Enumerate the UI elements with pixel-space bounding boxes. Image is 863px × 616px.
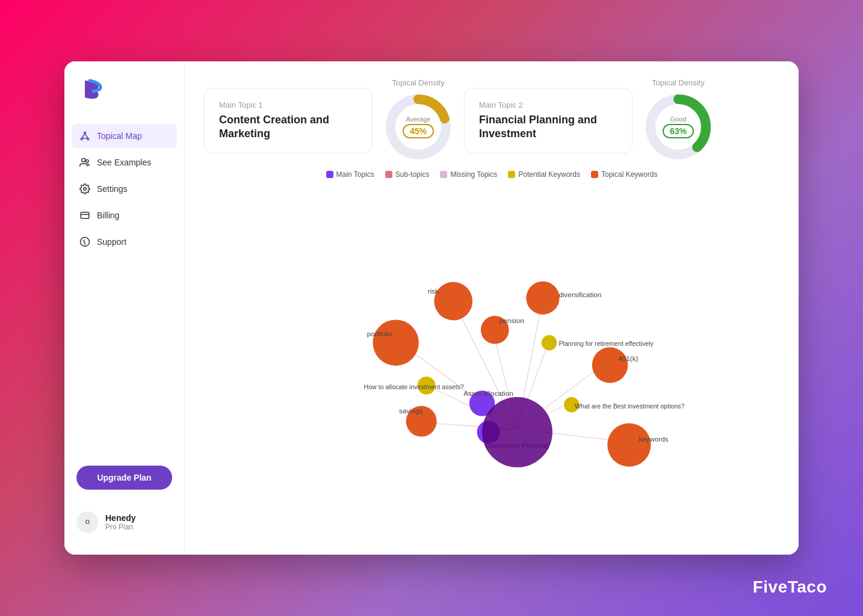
billing-label: Billing xyxy=(97,211,119,220)
user-plan: Pro Plan xyxy=(105,523,136,531)
legend-subtopics-dot xyxy=(385,171,392,178)
svg-point-0 xyxy=(84,132,86,134)
density1-label: Topical Density xyxy=(392,78,444,87)
support-label: Support xyxy=(97,237,126,247)
legend-potential-label: Potential Keywords xyxy=(518,170,580,179)
settings-icon xyxy=(79,183,91,195)
node-main[interactable] xyxy=(482,397,552,467)
topic1-label: Main Topic 1 xyxy=(219,100,357,109)
topical-map-label: Topical Map xyxy=(97,131,142,141)
topic2-title: Financial Planning and Investment xyxy=(479,113,617,141)
settings-label: Settings xyxy=(97,184,128,194)
label-best-investment: What are the Best investment options? xyxy=(575,402,684,410)
topic1-card: Main Topic 1 Content Creation and Market… xyxy=(204,88,373,154)
legend-subtopics: Sub-topics xyxy=(385,170,430,179)
legend-potential-dot xyxy=(508,171,515,178)
donut2-pct: 63% xyxy=(663,124,694,138)
label-portfolio: portfolio xyxy=(367,330,392,337)
topic2-card: Main Topic 2 Financial Planning and Inve… xyxy=(464,88,633,154)
sitemap-icon xyxy=(79,130,91,142)
avatar: ⚬ xyxy=(76,511,98,533)
legend-topical-label: Topical Keywords xyxy=(601,170,657,179)
svg-line-4 xyxy=(85,134,88,138)
legend-topical-dot xyxy=(591,171,598,178)
brand-label: FiveTaco xyxy=(753,578,827,597)
label-keywords: keywords xyxy=(639,435,668,443)
examples-icon xyxy=(79,156,91,168)
label-savings: savings xyxy=(399,407,423,414)
legend-subtopics-label: Sub-topics xyxy=(395,170,430,179)
svg-point-12 xyxy=(85,244,85,245)
svg-rect-9 xyxy=(81,212,89,219)
donut2-status: Good xyxy=(670,116,687,123)
legend-missing-label: Missing Topics xyxy=(450,170,497,179)
donut2-chart: Good 63% xyxy=(642,91,714,163)
node-diversification[interactable] xyxy=(526,282,559,315)
donut1-pct: 45% xyxy=(403,124,434,138)
sidebar-item-settings[interactable]: Settings xyxy=(72,177,177,201)
topic2-label: Main Topic 2 xyxy=(479,100,617,109)
label-401k: 401(k) xyxy=(618,355,638,363)
topic1-title: Content Creation and Marketing xyxy=(219,113,357,141)
upgrade-button[interactable]: Upgrade Plan xyxy=(76,466,172,490)
density1-section: Topical Density Average 45% xyxy=(382,78,454,163)
sidebar: Topical Map See Examples xyxy=(64,61,185,555)
see-examples-label: See Examples xyxy=(97,158,151,167)
sidebar-item-topical-map[interactable]: Topical Map xyxy=(72,124,177,148)
billing-icon xyxy=(79,209,91,221)
app-window: Topical Map See Examples xyxy=(64,61,799,555)
node-planning-retirement[interactable] xyxy=(542,335,557,350)
label-pension: pension xyxy=(500,316,524,324)
node-keywords[interactable] xyxy=(607,424,651,467)
label-asset-allocation: Asset Allocation xyxy=(463,389,513,397)
donut1-center: Average 45% xyxy=(403,116,434,138)
sidebar-item-see-examples[interactable]: See Examples xyxy=(72,150,177,174)
svg-point-8 xyxy=(84,188,87,191)
svg-point-6 xyxy=(82,158,85,162)
label-risk: risk xyxy=(428,287,439,295)
legend-potential: Potential Keywords xyxy=(508,170,580,179)
sidebar-nav: Topical Map See Examples xyxy=(64,124,184,454)
upgrade-section: Upgrade Plan xyxy=(64,454,184,502)
density2-label: Topical Density xyxy=(652,78,704,87)
main-content: Main Topic 1 Content Creation and Market… xyxy=(185,61,799,555)
logo xyxy=(64,76,184,124)
legend-missing-dot xyxy=(440,171,447,178)
svg-point-7 xyxy=(86,160,89,163)
node-portfolio[interactable] xyxy=(373,319,418,365)
label-diversification: diversification xyxy=(559,291,602,298)
legend-main-topics-label: Main Topics xyxy=(336,170,374,179)
svg-line-3 xyxy=(82,134,85,138)
label-allocate: How to allocate investment assets? xyxy=(364,383,464,390)
legend-row: Main Topics Sub-topics Missing Topics Po… xyxy=(204,170,779,179)
node-risk[interactable] xyxy=(434,282,472,321)
legend-missing: Missing Topics xyxy=(440,170,497,179)
user-info: Henedy Pro Plan xyxy=(105,513,136,531)
user-name: Henedy xyxy=(105,513,136,523)
network-graph: risk diversification pension portfolio P… xyxy=(204,188,779,555)
sidebar-item-billing[interactable]: Billing xyxy=(72,203,177,227)
legend-main-topics: Main Topics xyxy=(326,170,374,179)
support-icon xyxy=(79,236,91,248)
sidebar-item-support[interactable]: Support xyxy=(72,230,177,254)
node-401k[interactable] xyxy=(592,347,628,383)
legend-topical: Topical Keywords xyxy=(591,170,657,179)
user-profile[interactable]: ⚬ Henedy Pro Plan xyxy=(64,502,184,543)
legend-main-topics-dot xyxy=(326,171,333,178)
donut1-chart: Average 45% xyxy=(382,91,454,163)
donut2-center: Good 63% xyxy=(663,116,694,138)
donut1-status: Average xyxy=(406,116,431,123)
density2-section: Topical Density Good 63% xyxy=(642,78,714,163)
graph-area: risk diversification pension portfolio P… xyxy=(204,188,779,555)
label-planning-retirement: Planning for retirement effectively xyxy=(559,340,654,347)
